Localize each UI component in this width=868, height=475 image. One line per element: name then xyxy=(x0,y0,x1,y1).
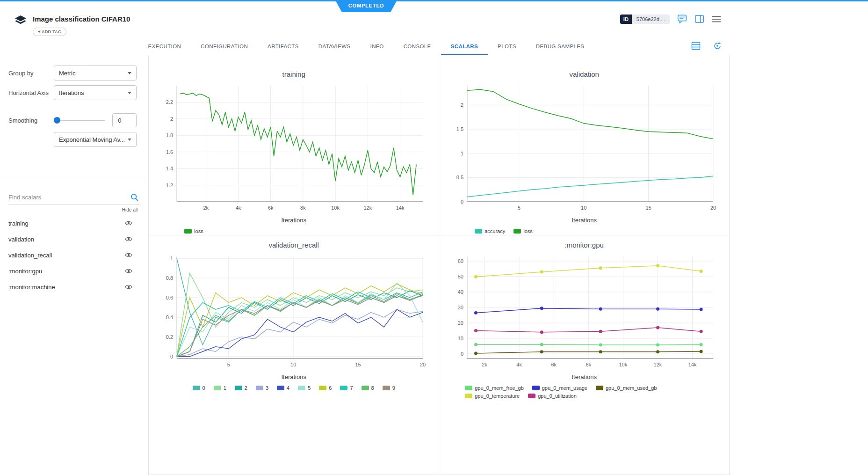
legend-item-gpu_0_mem_used_gb[interactable]: gpu_0_mem_used_gb xyxy=(596,385,657,391)
chart-plot[interactable]: 510152000.511.52 xyxy=(439,81,729,213)
details-panel-icon[interactable] xyxy=(694,14,704,24)
svg-text:0.2: 0.2 xyxy=(166,334,173,340)
legend-item-6[interactable]: 6 xyxy=(319,385,332,391)
eye-icon[interactable] xyxy=(125,268,132,274)
legend-item-3[interactable]: 3 xyxy=(256,385,268,391)
legend-swatch xyxy=(340,386,347,390)
svg-text:1: 1 xyxy=(170,256,173,261)
chart-card-validation-recall: validation_recall 510152000.20.40.60.81 … xyxy=(149,235,439,475)
hide-all-link[interactable]: Hide all xyxy=(0,207,148,212)
scalar-item[interactable]: :monitor:gpu xyxy=(0,263,148,279)
scalar-metric-list: trainingvalidationvalidation_recall:moni… xyxy=(0,215,148,295)
table-view-icon[interactable] xyxy=(691,41,701,51)
status-badge: COMPLETED xyxy=(335,0,397,12)
scalar-label: :monitor:gpu xyxy=(8,268,42,275)
svg-text:1.6: 1.6 xyxy=(166,149,173,155)
svg-text:6k: 6k xyxy=(551,362,557,367)
group-by-value: Metric xyxy=(59,70,75,77)
chart-title: validation xyxy=(439,55,729,81)
svg-text:14k: 14k xyxy=(396,205,405,211)
find-scalars-input[interactable] xyxy=(8,190,140,204)
legend-item-8[interactable]: 8 xyxy=(362,385,374,391)
comments-icon[interactable] xyxy=(677,14,687,24)
legend-label: 4 xyxy=(287,385,289,391)
tab-plots[interactable]: PLOTS xyxy=(488,38,526,55)
legend-label: 7 xyxy=(350,385,353,391)
svg-text:12k: 12k xyxy=(364,205,372,211)
legend-item-5[interactable]: 5 xyxy=(298,385,311,391)
tab-configuration[interactable]: CONFIGURATION xyxy=(191,38,258,55)
eye-icon[interactable] xyxy=(125,252,132,258)
tab-console[interactable]: CONSOLE xyxy=(394,38,441,55)
legend-item-gpu_0_mem_free_gb[interactable]: gpu_0_mem_free_gb xyxy=(465,385,524,391)
scalar-item[interactable]: validation_recall xyxy=(0,247,148,263)
legend-swatch xyxy=(362,386,369,390)
scalar-item[interactable]: validation xyxy=(0,231,148,247)
slider-track[interactable] xyxy=(54,120,105,121)
svg-text:12k: 12k xyxy=(654,362,662,367)
experiment-id-chip[interactable]: ID 5706e22d ... xyxy=(620,15,670,24)
top-accent-line xyxy=(0,0,868,1)
svg-text:4k: 4k xyxy=(236,205,241,211)
horizontal-axis-select[interactable]: Iterations xyxy=(54,85,137,100)
horizontal-axis-value: Iterations xyxy=(59,89,84,96)
scalar-item[interactable]: training xyxy=(0,215,148,231)
auto-refresh-icon[interactable] xyxy=(713,41,722,51)
smoothing-method-select[interactable]: Exponential Moving Av... xyxy=(54,132,137,147)
search-icon[interactable] xyxy=(130,193,139,204)
chart-plot[interactable]: 510152000.20.40.60.81 xyxy=(149,252,439,370)
svg-text:0: 0 xyxy=(461,199,463,205)
legend-item-0[interactable]: 0 xyxy=(193,385,205,391)
eye-icon[interactable] xyxy=(125,236,132,242)
legend-item-loss[interactable]: loss xyxy=(184,228,203,234)
legend-item-gpu_0_temperature[interactable]: gpu_0_temperature xyxy=(465,393,520,399)
svg-text:0.8: 0.8 xyxy=(166,275,173,281)
legend-item-gpu_0_utilization[interactable]: gpu_0_utilization xyxy=(528,393,577,399)
legend-item-loss[interactable]: loss xyxy=(514,228,533,234)
svg-text:20: 20 xyxy=(420,362,426,367)
eye-icon[interactable] xyxy=(125,284,132,290)
legend-swatch xyxy=(214,386,221,390)
svg-text:1.2: 1.2 xyxy=(166,183,173,188)
slider-handle[interactable] xyxy=(54,117,60,124)
legend-item-accuracy[interactable]: accuracy xyxy=(475,228,505,234)
legend-item-4[interactable]: 4 xyxy=(277,385,289,391)
group-by-select[interactable]: Metric xyxy=(54,66,137,80)
chart-plot[interactable]: 2k4k6k8k10k12k14k0102030405060 xyxy=(439,252,729,370)
legend-item-gpu_0_mem_usage[interactable]: gpu_0_mem_usage xyxy=(532,385,587,391)
tab-execution[interactable]: EXECUTION xyxy=(138,38,191,55)
smoothing-value-input[interactable] xyxy=(112,113,137,127)
svg-text:30: 30 xyxy=(458,305,463,310)
legend-label: loss xyxy=(194,228,203,234)
chevron-down-icon xyxy=(128,139,131,143)
tab-debug-samples[interactable]: DEBUG SAMPLES xyxy=(526,38,594,55)
scalar-label: validation_recall xyxy=(8,252,52,259)
svg-text:0.6: 0.6 xyxy=(166,295,173,300)
svg-text:50: 50 xyxy=(458,274,463,279)
experiment-title: Image classification CIFAR10 xyxy=(33,14,130,24)
legend-swatch xyxy=(514,229,521,234)
tab-dataviews[interactable]: DATAVIEWS xyxy=(309,38,361,55)
legend-item-7[interactable]: 7 xyxy=(340,385,353,391)
tab-scalars[interactable]: SCALARS xyxy=(441,38,488,55)
chart-plot[interactable]: 2k4k6k8k10k12k14k1.21.41.61.822.2 xyxy=(149,81,439,213)
chart-legend: gpu_0_mem_free_gbgpu_0_mem_usagegpu_0_me… xyxy=(465,383,703,399)
legend-item-9[interactable]: 9 xyxy=(383,385,395,391)
legend-swatch xyxy=(465,386,472,390)
eye-icon[interactable] xyxy=(125,220,132,226)
smoothing-slider[interactable] xyxy=(54,117,105,124)
menu-icon[interactable] xyxy=(712,15,721,23)
chart-x-axis-label: Iterations xyxy=(149,213,439,227)
legend-label: 0 xyxy=(203,385,205,391)
legend-label: gpu_0_mem_usage xyxy=(542,385,587,391)
scalars-settings-sidebar: Group by Metric Horizontal Axis Iteratio… xyxy=(0,55,149,475)
tab-artifacts[interactable]: ARTIFACTS xyxy=(258,38,309,55)
legend-item-2[interactable]: 2 xyxy=(235,385,247,391)
add-tag-button[interactable]: + ADD TAG xyxy=(33,28,66,36)
scalar-item[interactable]: :monitor:machine xyxy=(0,279,148,295)
tab-info[interactable]: INFO xyxy=(361,38,394,55)
tab-bar: EXECUTIONCONFIGURATIONARTIFACTSDATAVIEWS… xyxy=(0,38,732,55)
legend-item-1[interactable]: 1 xyxy=(214,385,226,391)
group-by-label: Group by xyxy=(8,70,54,77)
legend-label: accuracy xyxy=(485,228,505,234)
